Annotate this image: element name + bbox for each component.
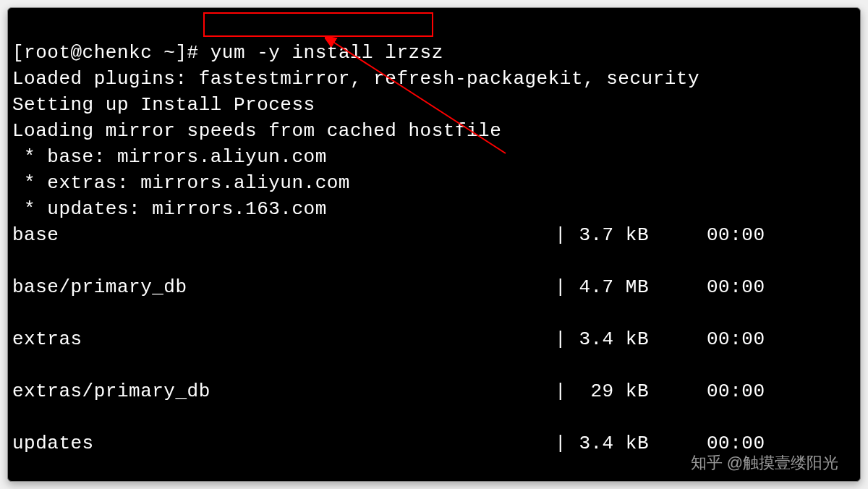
repo-row: extras|3.4 kB00:00 bbox=[12, 326, 856, 352]
prompt-line: [root@chenkc ~]# yum -y install lrzsz bbox=[12, 42, 443, 64]
output-loading: Loading mirror speeds from cached hostfi… bbox=[12, 120, 501, 142]
repo-row: base|3.7 kB00:00 bbox=[12, 222, 856, 248]
output-mirror-base: * base: mirrors.aliyun.com bbox=[12, 146, 327, 168]
repo-name: extras bbox=[12, 326, 555, 352]
repo-time: 00:00 bbox=[707, 378, 779, 404]
repo-time: 00:00 bbox=[707, 430, 779, 456]
repo-size: 3.4 kB bbox=[569, 430, 649, 456]
separator-bar: | bbox=[555, 430, 569, 456]
repo-name: updates bbox=[12, 430, 555, 456]
separator-bar: | bbox=[555, 326, 569, 352]
repo-size: 3.4 kB bbox=[569, 326, 649, 352]
repo-name: base bbox=[12, 222, 555, 248]
separator-bar: | bbox=[555, 378, 569, 404]
separator-bar: | bbox=[555, 222, 569, 248]
repo-row: extras/primary_db| 29 kB00:00 bbox=[12, 378, 856, 404]
repo-time: 00:00 bbox=[707, 326, 779, 352]
output-mirror-extras: * extras: mirrors.aliyun.com bbox=[12, 172, 350, 194]
output-plugins: Loaded plugins: fastestmirror, refresh-p… bbox=[12, 68, 699, 90]
repo-time: 00:00 bbox=[707, 222, 779, 248]
repo-name: extras/primary_db bbox=[12, 378, 555, 404]
terminal-output[interactable]: [root@chenkc ~]# yum -y install lrzsz Lo… bbox=[12, 14, 856, 482]
output-setup: Setting up Install Process bbox=[12, 94, 315, 116]
repo-size: 4.7 MB bbox=[569, 274, 649, 300]
repo-time: 00:00 bbox=[707, 274, 779, 300]
repo-name: base/primary_db bbox=[12, 274, 555, 300]
output-mirror-updates: * updates: mirrors.163.com bbox=[12, 198, 327, 220]
repo-size: 3.7 kB bbox=[569, 222, 649, 248]
repo-row: base/primary_db|4.7 MB00:00 bbox=[12, 274, 856, 300]
repo-size: 29 kB bbox=[569, 378, 649, 404]
separator-bar: | bbox=[555, 274, 569, 300]
terminal-window: [root@chenkc ~]# yum -y install lrzsz Lo… bbox=[7, 7, 861, 482]
command-text: yum -y install lrzsz bbox=[210, 42, 443, 64]
prompt-prefix: [root@chenkc ~]# bbox=[12, 42, 210, 64]
repo-row: updates|3.4 kB00:00 bbox=[12, 430, 856, 456]
